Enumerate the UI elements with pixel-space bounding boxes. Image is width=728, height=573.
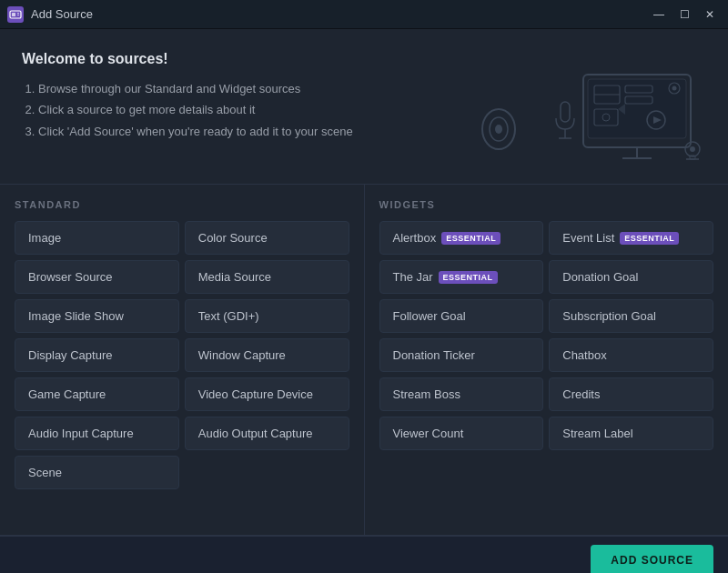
widget-stream-label[interactable]: Stream Label <box>549 417 713 450</box>
monitor-illustration <box>451 47 706 166</box>
svg-point-6 <box>495 125 502 134</box>
hero-steps: Browse through our Standard and Widget s… <box>22 78 353 142</box>
source-window-capture[interactable]: Window Capture <box>185 338 349 372</box>
window-title: Add Source <box>31 7 93 21</box>
widget-alertbox[interactable]: Alertbox ESSENTIAL <box>379 221 544 255</box>
widgets-section: WIDGETS Alertbox ESSENTIAL Event List ES… <box>365 185 729 535</box>
widget-stream-boss[interactable]: Stream Boss <box>379 377 544 411</box>
title-bar: Add Source — ☐ ✕ <box>0 0 728 29</box>
add-source-button[interactable]: ADD SOURCE <box>591 545 713 574</box>
standard-section-title: STANDARD <box>15 199 349 210</box>
svg-rect-3 <box>17 15 19 15</box>
standard-sources-grid: Image Color Source Browser Source Media … <box>15 221 349 489</box>
widgets-section-title: WIDGETS <box>379 199 714 210</box>
source-audio-output-capture[interactable]: Audio Output Capture <box>185 417 349 450</box>
widget-viewer-count[interactable]: Viewer Count <box>379 417 544 450</box>
widget-subscription-goal[interactable]: Subscription Goal <box>549 299 713 333</box>
window-controls: — ☐ ✕ <box>648 5 721 24</box>
source-display-capture[interactable]: Display Capture <box>15 338 179 372</box>
alertbox-badge: ESSENTIAL <box>441 232 500 245</box>
source-media-source[interactable]: Media Source <box>185 260 349 294</box>
svg-rect-2 <box>17 13 19 14</box>
widget-event-list[interactable]: Event List ESSENTIAL <box>549 221 713 255</box>
source-image-slide-show[interactable]: Image Slide Show <box>15 299 179 333</box>
widget-follower-goal[interactable]: Follower Goal <box>379 299 544 333</box>
widget-chatbox[interactable]: Chatbox <box>549 338 713 372</box>
widget-donation-ticker[interactable]: Donation Ticker <box>379 338 544 372</box>
hero-step-1: Browse through our Standard and Widget s… <box>38 78 353 99</box>
hero-step-3: Click 'Add Source' when you're ready to … <box>38 121 353 142</box>
svg-point-21 <box>672 86 677 91</box>
widget-donation-goal[interactable]: Donation Goal <box>549 260 713 294</box>
source-audio-input-capture[interactable]: Audio Input Capture <box>15 417 179 450</box>
source-game-capture[interactable]: Game Capture <box>15 377 179 411</box>
widget-credits[interactable]: Credits <box>549 377 713 411</box>
source-video-capture-device[interactable]: Video Capture Device <box>185 377 349 411</box>
main-content: STANDARD Image Color Source Browser Sour… <box>0 185 728 536</box>
source-color-source[interactable]: Color Source <box>185 221 349 255</box>
footer: ADD SOURCE <box>0 536 728 573</box>
hero-heading: Welcome to sources! <box>22 51 353 67</box>
svg-rect-7 <box>561 102 570 122</box>
source-scene[interactable]: Scene <box>15 456 179 489</box>
widgets-sources-grid: Alertbox ESSENTIAL Event List ESSENTIAL … <box>379 221 714 450</box>
svg-rect-1 <box>12 13 15 16</box>
hero-step-2: Click a source to get more details about… <box>38 99 353 120</box>
source-image[interactable]: Image <box>15 221 179 255</box>
maximize-button[interactable]: ☐ <box>673 5 695 24</box>
minimize-button[interactable]: — <box>648 5 670 24</box>
title-bar-left: Add Source <box>7 6 93 23</box>
hero-section: Welcome to sources! Browse through our S… <box>0 29 728 185</box>
standard-section: STANDARD Image Color Source Browser Sour… <box>0 185 364 535</box>
svg-point-26 <box>690 146 695 152</box>
source-text-gdi[interactable]: Text (GDI+) <box>185 299 349 333</box>
widget-the-jar[interactable]: The Jar ESSENTIAL <box>379 260 544 294</box>
hero-text: Welcome to sources! Browse through our S… <box>22 51 353 142</box>
event-list-badge: ESSENTIAL <box>620 232 679 245</box>
close-button[interactable]: ✕ <box>699 5 721 24</box>
app-icon <box>7 6 24 23</box>
the-jar-badge: ESSENTIAL <box>439 271 498 284</box>
source-browser-source[interactable]: Browser Source <box>15 260 179 294</box>
